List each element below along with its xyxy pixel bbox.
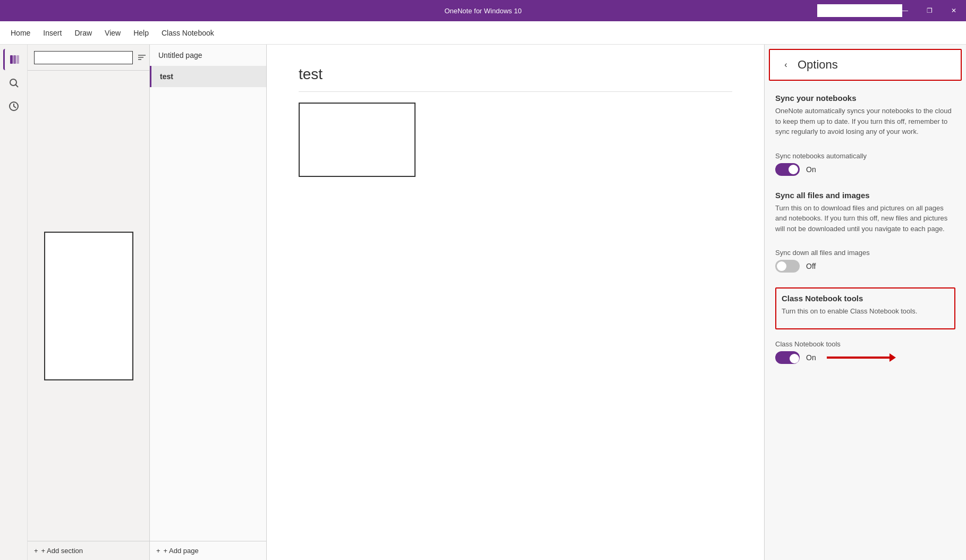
- options-panel: ‹ Options Sync your notebooks OneNote au…: [764, 45, 966, 560]
- options-header: ‹ Options: [769, 49, 962, 81]
- sync-files-toggle-knob: [777, 261, 786, 271]
- sort-button[interactable]: [137, 49, 147, 66]
- options-body: Sync your notebooks OneNote automaticall…: [765, 85, 966, 387]
- class-notebook-tools-section: Class Notebook tools Turn this on to ena…: [775, 287, 955, 329]
- separator: [890, 5, 891, 16]
- notebook-header: [28, 45, 149, 71]
- sync-files-desc: Turn this on to download files and pictu…: [775, 203, 955, 234]
- restore-button[interactable]: ❐: [917, 0, 942, 21]
- window-controls: — ❐ ✕: [888, 0, 966, 21]
- sync-auto-toggle[interactable]: [775, 163, 800, 176]
- class-notebook-toggle-section: Class Notebook tools On: [775, 340, 955, 364]
- class-notebook-toggle-knob: [790, 354, 799, 363]
- sync-notebooks-desc: OneNote automatically syncs your noteboo…: [775, 106, 955, 137]
- class-notebook-tools-desc: Turn this on to enable Class Notebook to…: [782, 306, 949, 317]
- add-section-bar[interactable]: + + Add section: [28, 541, 149, 560]
- notebook-panel: + + Add section: [28, 45, 150, 560]
- class-notebook-toggle-row: On: [775, 351, 955, 364]
- sync-auto-toggle-row: On: [775, 163, 955, 176]
- options-back-button[interactable]: ‹: [778, 57, 793, 72]
- page-item-untitled[interactable]: Untitled page: [150, 45, 266, 66]
- class-notebook-sublabel: Class Notebook tools: [775, 340, 955, 348]
- svg-point-3: [10, 79, 16, 86]
- sync-auto-section: Sync notebooks automatically On: [775, 152, 955, 176]
- sync-files-toggle[interactable]: [775, 260, 800, 273]
- options-title: Options: [798, 58, 838, 72]
- sidebar-recent-icon[interactable]: [3, 96, 24, 117]
- menu-insert[interactable]: Insert: [37, 26, 68, 40]
- notebook-thumbnail: [28, 71, 149, 541]
- menu-view[interactable]: View: [98, 26, 127, 40]
- add-page-bar[interactable]: + + Add page: [150, 541, 266, 560]
- sync-notebooks-section: Sync your notebooks OneNote automaticall…: [775, 94, 955, 137]
- notebook-select[interactable]: [34, 51, 133, 64]
- main-content: test: [267, 45, 764, 560]
- sync-files-toggle-row: Off: [775, 260, 955, 273]
- svg-rect-2: [16, 55, 19, 64]
- close-button[interactable]: ✕: [942, 0, 966, 21]
- app-title: OneNote for Windows 10: [444, 7, 521, 15]
- sync-files-title: Sync all files and images: [775, 191, 955, 200]
- sync-auto-sublabel: Sync notebooks automatically: [775, 152, 955, 160]
- menu-class-notebook[interactable]: Class Notebook: [155, 26, 221, 40]
- add-section-label: + Add section: [41, 547, 83, 555]
- svg-rect-1: [13, 55, 16, 64]
- sync-auto-toggle-label: On: [806, 165, 816, 174]
- class-notebook-tools-title: Class Notebook tools: [782, 294, 949, 303]
- page-list: Untitled page test: [150, 45, 266, 541]
- class-notebook-toggle[interactable]: [775, 351, 800, 364]
- sync-auto-toggle-knob: [789, 165, 798, 174]
- add-page-icon: +: [156, 547, 160, 555]
- left-sidebar: [0, 45, 28, 560]
- sidebar-notebooks-icon[interactable]: [3, 49, 24, 70]
- menu-home[interactable]: Home: [4, 26, 37, 40]
- add-section-icon: +: [34, 547, 38, 555]
- sync-files-toggle-label: Off: [806, 262, 816, 270]
- minimize-button[interactable]: —: [893, 0, 917, 21]
- title-bar: OneNote for Windows 10 — ❐ ✕: [0, 0, 966, 21]
- svg-rect-0: [10, 55, 13, 64]
- notebook-preview-box: [44, 232, 133, 380]
- page-item-test[interactable]: test: [150, 66, 266, 87]
- sync-files-sublabel: Sync down all files and images: [775, 249, 955, 257]
- sync-files-section: Sync all files and images Turn this on t…: [775, 191, 955, 234]
- class-notebook-toggle-label: On: [806, 353, 816, 362]
- svg-line-4: [15, 85, 18, 88]
- page-title: test: [299, 66, 732, 92]
- menu-bar: Home Insert Draw View Help Class Noteboo…: [0, 21, 966, 45]
- menu-help[interactable]: Help: [127, 26, 155, 40]
- page-panel: Untitled page test + + Add page: [150, 45, 267, 560]
- sidebar-search-icon[interactable]: [3, 72, 24, 94]
- add-page-label: + Add page: [164, 547, 199, 555]
- canvas-drawing: [299, 103, 416, 177]
- sync-notebooks-title: Sync your notebooks: [775, 94, 955, 103]
- sync-files-toggle-section: Sync down all files and images Off: [775, 249, 955, 273]
- menu-draw[interactable]: Draw: [68, 26, 98, 40]
